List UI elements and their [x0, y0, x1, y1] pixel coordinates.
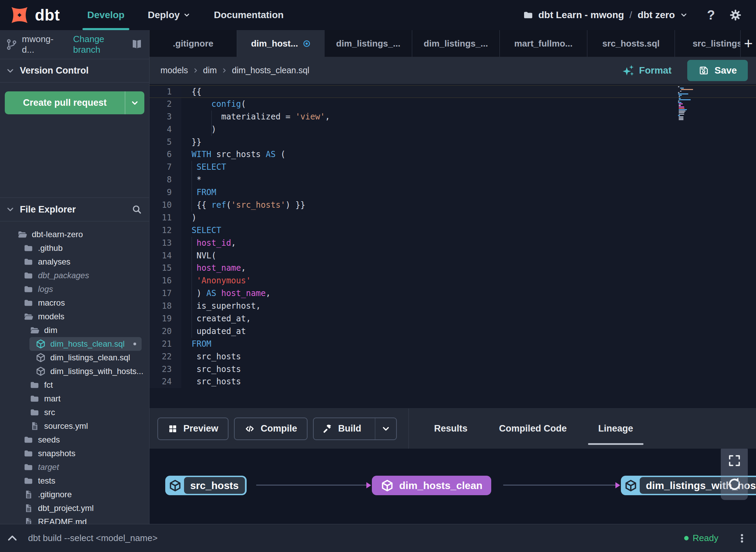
new-tab-button[interactable]: + [740, 30, 756, 57]
panel-tab-results[interactable]: Results [424, 409, 478, 449]
code-line-14[interactable]: 14 NVL( [149, 249, 756, 262]
code-editor[interactable]: 1{{2 config(3 materialized = 'view',4 )5… [149, 84, 756, 408]
tree-item-dbt_project.yml[interactable]: dbt_project.yml [0, 501, 149, 515]
code-line-6[interactable]: 6WITH src_hosts AS ( [149, 148, 756, 161]
lineage-panel[interactable]: src_hostsdim_hosts_cleandim_listings_wit… [149, 449, 756, 524]
build-button[interactable]: Build [313, 418, 397, 440]
change-branch-link[interactable]: Change branch [73, 34, 131, 55]
tree-item-tests[interactable]: tests [0, 474, 149, 488]
nav-deploy[interactable]: Deploy [145, 0, 193, 30]
project-picker[interactable]: dbt Learn - mwong / dbt zero [523, 10, 688, 21]
build-dropdown-button[interactable] [375, 418, 396, 439]
tree-item-mart[interactable]: mart [0, 392, 149, 406]
tree-item-analyses[interactable]: analyses [0, 255, 149, 269]
tree-item-label: dim_listings_clean.sql [50, 353, 130, 362]
command-input[interactable]: dbt build --select <model_name> [28, 533, 158, 543]
breadcrumb-dim[interactable]: dim [203, 65, 217, 75]
minimap[interactable] [678, 86, 698, 121]
code-line-1[interactable]: 1{{ [149, 85, 756, 98]
help-button[interactable]: ? [707, 8, 715, 23]
branch-name[interactable]: mwong-d... [22, 34, 64, 55]
tree-item-sources.yml[interactable]: sources.yml [0, 419, 149, 433]
chevron-up-icon[interactable] [6, 532, 18, 544]
tab-dim_listings_...[interactable]: dim_listings_... [412, 30, 500, 57]
panel-tab-compiled-code[interactable]: Compiled Code [489, 409, 577, 449]
ready-status-dot [684, 536, 689, 540]
code-line-8[interactable]: 8 * [149, 174, 756, 186]
code-line-19[interactable]: 19 created_at, [149, 312, 756, 325]
tree-item-dbt-learn-zero[interactable]: dbt-learn-zero [0, 228, 149, 241]
minimap-line [679, 108, 685, 109]
save-button[interactable]: Save [687, 60, 748, 81]
code-line-3[interactable]: 3 materialized = 'view', [149, 111, 756, 123]
tab-.gitignore[interactable]: .gitignore [149, 30, 237, 57]
code-line-16[interactable]: 16 'Anonymous' [149, 274, 756, 287]
tab-src_hosts.sql[interactable]: src_hosts.sql [587, 30, 675, 57]
folder-icon [29, 394, 40, 404]
tree-item-target[interactable]: target [0, 460, 149, 474]
line-number: 11 [149, 211, 181, 224]
panel-tab-lineage[interactable]: Lineage [588, 409, 643, 449]
code-line-24[interactable]: 24 src_hosts [149, 375, 756, 388]
fullscreen-icon[interactable] [727, 453, 742, 468]
lineage-node-dim_hosts_clean[interactable]: dim_hosts_clean [372, 476, 491, 495]
tab-dim_host...[interactable]: dim_host... [237, 30, 325, 57]
code-line-20[interactable]: 20 updated_at [149, 325, 756, 338]
docs-book-icon[interactable] [131, 38, 143, 51]
tree-item-dim_hosts_clean.sql[interactable]: dim_hosts_clean.sql [29, 337, 142, 351]
code-line-4[interactable]: 4 ) [149, 123, 756, 136]
nav-deploy-label: Deploy [148, 10, 180, 21]
code-line-15[interactable]: 15 host_name, [149, 262, 756, 274]
code-line-23[interactable]: 23 src_hosts [149, 363, 756, 376]
tree-item-dim_listings_clean.sql[interactable]: dim_listings_clean.sql [0, 351, 149, 364]
tree-item-src[interactable]: src [0, 406, 149, 419]
dbt-logo[interactable]: dbt [9, 4, 60, 26]
tree-item-seeds[interactable]: seeds [0, 433, 149, 447]
code-line-7[interactable]: 7 SELECT [149, 161, 756, 174]
code-line-5[interactable]: 5}} [149, 136, 756, 149]
file-explorer-header[interactable]: File Explorer [0, 197, 149, 221]
code-line-22[interactable]: 22 src_hosts [149, 350, 756, 363]
minimap-line [678, 92, 679, 93]
lineage-node-src_hosts[interactable]: src_hosts [165, 476, 247, 495]
tab-mart_fullmo...[interactable]: mart_fullmo... [500, 30, 587, 57]
code-line-21[interactable]: 21FROM [149, 338, 756, 350]
indent-guide [192, 237, 192, 249]
kebab-menu-icon[interactable] [736, 532, 748, 544]
compile-button[interactable]: Compile [234, 418, 308, 440]
code-line-17[interactable]: 17 ) AS host_name, [149, 287, 756, 300]
tree-item-README.md[interactable]: README.md [0, 515, 149, 524]
format-button[interactable]: Format [622, 64, 672, 77]
search-icon[interactable] [131, 204, 142, 215]
tab-dim_listings_...[interactable]: dim_listings_... [325, 30, 412, 57]
settings-button[interactable] [729, 8, 742, 22]
indent-guide [192, 249, 192, 262]
pull-request-dropdown-button[interactable] [125, 91, 144, 114]
tree-item-.github[interactable]: .github [0, 241, 149, 255]
preview-button[interactable]: Preview [157, 418, 229, 440]
create-pull-request-button[interactable]: Create pull request [5, 91, 144, 114]
code-line-2[interactable]: 2 config( [149, 98, 756, 111]
code-line-18[interactable]: 18 is_superhost, [149, 300, 756, 312]
minimap-line [679, 99, 691, 100]
code-line-11[interactable]: 11) [149, 211, 756, 224]
code-line-10[interactable]: 10 {{ ref('src_hosts') }} [149, 199, 756, 211]
tree-item-macros[interactable]: macros [0, 296, 149, 310]
version-control-header[interactable]: Version Control [0, 59, 149, 82]
code-line-13[interactable]: 13 host_id, [149, 237, 756, 249]
nav-develop[interactable]: Develop [84, 0, 127, 30]
breadcrumb-models[interactable]: models [160, 65, 188, 75]
tree-item-models[interactable]: models [0, 310, 149, 323]
code-line-9[interactable]: 9 FROM [149, 186, 756, 199]
nav-documentation[interactable]: Documentation [211, 0, 286, 30]
tree-item-dim[interactable]: dim [0, 323, 149, 337]
tree-item-logs[interactable]: logs [0, 282, 149, 296]
tree-item-snapshots[interactable]: snapshots [0, 447, 149, 460]
code-line-12[interactable]: 12SELECT [149, 224, 756, 237]
tree-item-dbt_packages[interactable]: dbt_packages [0, 269, 149, 282]
refresh-icon[interactable] [726, 476, 743, 492]
tree-item-fct[interactable]: fct [0, 378, 149, 392]
tree-item-.gitignore[interactable]: .gitignore [0, 488, 149, 501]
tree-item-label: target [38, 462, 59, 472]
tree-item-dim_listings_with_hosts...[interactable]: dim_listings_with_hosts... [0, 364, 149, 378]
